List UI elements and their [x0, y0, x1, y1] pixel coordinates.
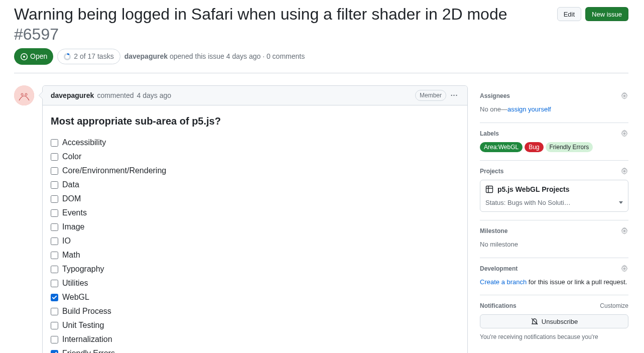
comment-body: Most appropriate sub-area of p5.js? Acce… — [43, 105, 467, 353]
label-pill[interactable]: Bug — [525, 142, 543, 152]
task-label: Internalization — [62, 333, 112, 345]
checkbox[interactable] — [51, 238, 58, 245]
task-label: Color — [62, 151, 81, 163]
comment-time[interactable]: 4 days ago — [137, 90, 172, 101]
milestone-block: Milestone No milestone — [480, 220, 628, 258]
task-label: Accessibility — [62, 137, 106, 149]
avatar[interactable] — [14, 85, 34, 105]
chevron-down-icon[interactable] — [619, 201, 623, 204]
assign-yourself-link[interactable]: assign yourself — [507, 105, 551, 113]
project-status: Status: Bugs with No Soluti… — [485, 198, 571, 208]
header-actions: Edit New issue — [557, 4, 628, 21]
checkbox[interactable] — [51, 195, 58, 203]
progress-ring-icon — [64, 53, 71, 60]
checkbox[interactable] — [51, 252, 58, 259]
customize-link[interactable]: Customize — [600, 301, 628, 310]
task-label: Events — [62, 207, 87, 219]
project-card[interactable]: p5.js WebGL Projects Status: Bugs with N… — [480, 180, 628, 212]
task-list: AccessibilityColorCore/Environment/Rende… — [51, 136, 459, 353]
task-item: Image — [51, 220, 459, 234]
task-item: IO — [51, 234, 459, 248]
assignees-none: No one— — [480, 105, 507, 113]
task-label: WebGL — [62, 291, 89, 303]
project-name: p5.js WebGL Projects — [497, 184, 569, 195]
create-branch-link[interactable]: Create a branch — [480, 278, 527, 286]
comment-header: davepagurek commented 4 days ago Member … — [43, 86, 467, 105]
label-pill[interactable]: Area:WebGL — [480, 142, 523, 152]
checkbox[interactable] — [51, 266, 58, 273]
issue-title: Warning being logged in Safari when usin… — [14, 4, 553, 44]
task-item: Math — [51, 248, 459, 262]
unsubscribe-label: Unsubscribe — [542, 318, 578, 325]
task-label: Typography — [62, 263, 104, 275]
gear-icon[interactable] — [620, 130, 628, 138]
checkbox[interactable] — [51, 280, 58, 287]
notifications-block: Notifications Customize Unsubscribe You'… — [480, 295, 628, 349]
task-item: Friendly Errors — [51, 346, 459, 353]
checkbox[interactable] — [51, 153, 58, 161]
development-title: Development — [480, 264, 518, 273]
milestone-none: No milestone — [480, 240, 628, 250]
gear-icon[interactable] — [620, 92, 628, 100]
sidebar: Assignees No one—assign yourself Labels … — [480, 85, 628, 349]
issue-number: #6597 — [14, 25, 59, 43]
checkbox[interactable] — [51, 350, 58, 354]
checkbox[interactable] — [51, 308, 58, 315]
gear-icon[interactable] — [620, 167, 628, 175]
checkbox[interactable] — [51, 322, 58, 329]
issue-open-icon — [20, 53, 28, 61]
table-icon — [485, 185, 493, 193]
comment: davepagurek commented 4 days ago Member … — [42, 85, 468, 353]
projects-block: Projects p5.js WebGL Projects Status: Bu… — [480, 161, 628, 221]
edit-button[interactable]: Edit — [557, 7, 581, 21]
checkbox[interactable] — [51, 209, 58, 217]
checkbox[interactable] — [51, 294, 58, 301]
checkbox[interactable] — [51, 167, 58, 175]
task-item: Events — [51, 206, 459, 220]
issue-meta: Open 2 of 17 tasks davepagurek opened th… — [14, 44, 628, 73]
task-item: Internalization — [51, 332, 459, 346]
task-label: Core/Environment/Rendering — [62, 165, 166, 177]
development-block: Development Create a branch for this iss… — [480, 258, 628, 296]
task-item: DOM — [51, 192, 459, 206]
state-text: Open — [30, 51, 47, 62]
svg-point-1 — [14, 85, 34, 105]
task-item: Unit Testing — [51, 318, 459, 332]
state-badge: Open — [14, 48, 53, 65]
task-item: Data — [51, 178, 459, 192]
task-item: WebGL — [51, 290, 459, 304]
gear-icon[interactable] — [620, 227, 628, 235]
comment-author[interactable]: davepagurek — [51, 90, 94, 101]
labels-title: Labels — [480, 129, 499, 138]
checkbox[interactable] — [51, 336, 58, 343]
unsubscribe-button[interactable]: Unsubscribe — [480, 314, 628, 328]
task-item: Core/Environment/Rendering — [51, 164, 459, 178]
member-badge: Member — [415, 90, 446, 101]
comment-menu-icon[interactable]: ··· — [449, 90, 459, 101]
new-issue-button[interactable]: New issue — [585, 7, 628, 21]
task-label: Unit Testing — [62, 319, 104, 331]
svg-point-0 — [23, 56, 25, 58]
task-label: Math — [62, 249, 80, 261]
development-rest: for this issue or link a pull request. — [527, 278, 627, 286]
label-pill[interactable]: Friendly Errors — [546, 142, 593, 152]
task-label: DOM — [62, 193, 81, 205]
assignees-title: Assignees — [480, 91, 510, 100]
task-label: Image — [62, 221, 84, 233]
author-link[interactable]: davepagurek — [124, 52, 168, 60]
checkbox[interactable] — [51, 181, 58, 189]
comments-count: 0 comments — [267, 52, 305, 60]
gear-icon[interactable] — [620, 265, 628, 273]
issue-title-text: Warning being logged in Safari when usin… — [14, 5, 507, 23]
task-item: Accessibility — [51, 136, 459, 150]
comment-action: commented — [97, 90, 134, 101]
task-item: Color — [51, 150, 459, 164]
task-label: Utilities — [62, 277, 88, 289]
checkbox[interactable] — [51, 139, 58, 147]
task-label: Data — [62, 179, 79, 191]
task-progress-pill[interactable]: 2 of 17 tasks — [57, 49, 120, 64]
labels-block: Labels Area:WebGLBugFriendly Errors — [480, 123, 628, 161]
projects-title: Projects — [480, 167, 503, 176]
checkbox[interactable] — [51, 223, 58, 231]
notifications-footer: You're receiving notifications because y… — [480, 332, 628, 341]
